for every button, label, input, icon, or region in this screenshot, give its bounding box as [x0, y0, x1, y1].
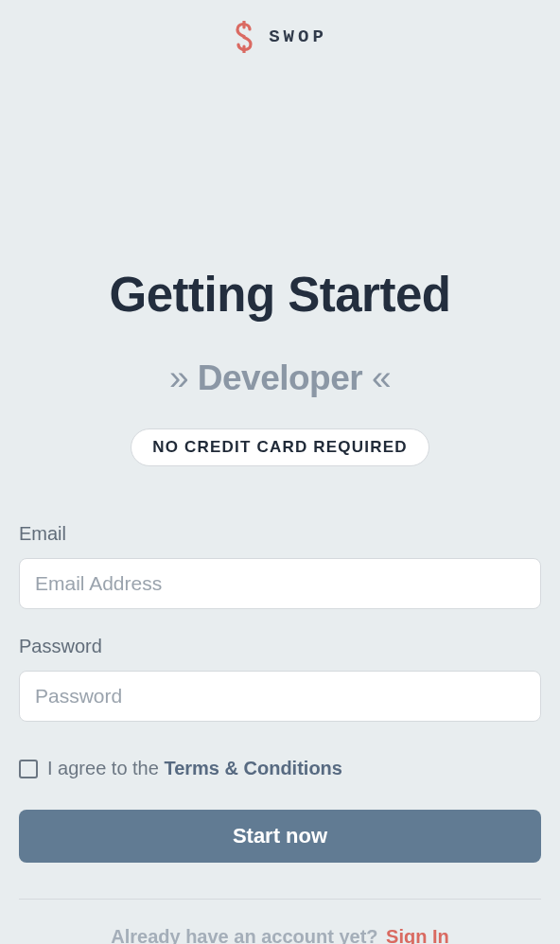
page-title: Getting Started: [0, 267, 560, 323]
plan-name: Developer: [198, 358, 362, 397]
divider: [19, 899, 541, 900]
signup-form: Email Password I agree to the Terms & Co…: [0, 523, 560, 944]
dollar-swap-icon: [233, 21, 255, 53]
email-field[interactable]: [19, 558, 541, 609]
plan-subheading: » Developer «: [0, 358, 560, 398]
email-label: Email: [19, 523, 541, 545]
logo-text: SWOP: [269, 26, 327, 47]
header: SWOP: [0, 0, 560, 68]
arrow-right-icon: »: [169, 358, 188, 397]
signin-row: Already have an account yet? Sign In: [19, 926, 541, 944]
password-field[interactable]: [19, 671, 541, 722]
arrow-left-icon: «: [372, 358, 391, 397]
agree-text: I agree to the: [47, 758, 164, 778]
no-credit-card-badge: NO CREDIT CARD REQUIRED: [131, 428, 429, 466]
terms-link[interactable]: Terms & Conditions: [164, 758, 342, 778]
terms-checkbox[interactable]: [19, 760, 38, 778]
signin-prompt: Already have an account yet?: [111, 926, 377, 944]
terms-row: I agree to the Terms & Conditions: [19, 758, 541, 779]
signin-link[interactable]: Sign In: [386, 926, 449, 944]
start-button[interactable]: Start now: [19, 810, 541, 863]
password-label: Password: [19, 636, 541, 657]
